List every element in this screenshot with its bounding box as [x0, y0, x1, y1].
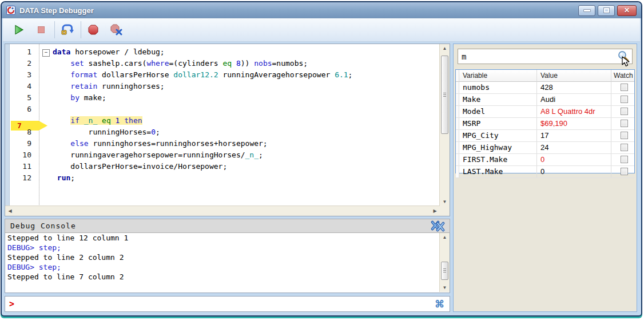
clear-console-icon	[431, 220, 446, 232]
line-number[interactable]: 4	[9, 82, 38, 90]
code-line[interactable]: 8 runningHorses=0;	[9, 126, 440, 137]
code-line[interactable]: 2 set sashelp.cars(where=(cylinders eq 8…	[9, 57, 440, 69]
fold-toggle-icon[interactable]: −	[42, 49, 50, 57]
scroll-down-icon[interactable]: ▼	[440, 283, 450, 292]
variable-search-box[interactable]	[458, 49, 633, 64]
console-output: Stepped to line 12 column 1DEBUG> step;S…	[5, 233, 450, 282]
table-row[interactable]: MPG_Highway24	[456, 142, 634, 154]
command-key-icon[interactable]: ⌘	[435, 298, 450, 310]
table-row[interactable]: ModelA8 L Quattro 4dr	[456, 106, 634, 118]
watch-panel: VariableValueWatch numobs428MakeAudiMode…	[453, 44, 637, 312]
clear-console-button[interactable]	[430, 220, 446, 232]
variable-value-cell: $69,190	[537, 118, 611, 129]
code-line[interactable]: 10 runningaveragehorsepower=runningHorse…	[9, 149, 440, 160]
watch-checkbox[interactable]	[621, 96, 628, 103]
variable-value-cell: 428	[537, 82, 611, 93]
code-line[interactable]: 9 else runninghorses=runninghorses+horse…	[9, 137, 440, 149]
minimize-icon	[583, 9, 591, 12]
editor-vscrollbar[interactable]: ▲ ▼	[439, 44, 450, 206]
line-number[interactable]: 12	[9, 173, 38, 182]
column-header[interactable]: Value	[537, 70, 611, 82]
watch-checkbox[interactable]	[621, 120, 628, 127]
table-row[interactable]: MPG_City17	[456, 130, 634, 142]
minimize-button[interactable]	[578, 5, 595, 16]
scroll-down-icon[interactable]: ▼	[440, 197, 450, 206]
mouse-cursor-icon	[622, 56, 630, 68]
watch-checkbox[interactable]	[621, 144, 628, 151]
variable-value-cell: 17	[537, 130, 611, 141]
breakpoint-button[interactable]	[85, 22, 101, 38]
console-line: Stepped to line 2 column 2	[5, 252, 450, 262]
step-button[interactable]	[59, 22, 75, 38]
close-button[interactable]: ✕	[617, 5, 637, 16]
line-number[interactable]: 2	[9, 59, 38, 68]
scroll-up-icon[interactable]: ▲	[440, 44, 450, 53]
variable-value-cell: A8 L Quattro 4dr	[537, 106, 611, 117]
scroll-right-icon[interactable]: ▶	[430, 207, 440, 215]
code-text: runningHorses=0;	[38, 128, 160, 136]
table-row[interactable]: numobs428	[456, 82, 634, 94]
watch-checkbox[interactable]	[621, 132, 628, 139]
table-row[interactable]: MakeAudi	[456, 94, 634, 106]
variable-name-cell: FIRST.Make	[459, 154, 537, 165]
column-header[interactable]: Variable	[459, 70, 537, 82]
command-bar[interactable]: > ⌘	[5, 296, 450, 312]
scrollbar-thumb[interactable]	[441, 262, 448, 280]
code-line[interactable]: 12 run;	[9, 172, 440, 183]
variable-search-input[interactable]	[458, 52, 617, 61]
toolbar-separator	[81, 21, 81, 38]
variable-value-cell: 24	[537, 142, 611, 153]
code-line[interactable]: 1−data horsepower / ldebug;	[9, 46, 440, 57]
line-number[interactable]: 9	[9, 139, 38, 148]
line-number[interactable]: 5	[9, 93, 38, 102]
watch-checkbox[interactable]	[621, 156, 628, 163]
run-button[interactable]	[11, 22, 27, 38]
clear-breakpoints-button[interactable]	[108, 22, 124, 38]
watch-table-header: VariableValueWatch	[456, 70, 634, 82]
code-editor[interactable]: 1−data horsepower / ldebug;2 set sashelp…	[5, 44, 450, 216]
console-title: Debug Console	[5, 222, 76, 230]
watch-cell	[611, 130, 634, 141]
command-input[interactable]	[14, 300, 435, 309]
console-header: Debug Console	[5, 219, 450, 233]
editor-hscrollbar[interactable]: ◀ ▶	[5, 206, 440, 216]
scroll-up-icon[interactable]: ▲	[440, 233, 450, 242]
code-text: runningaveragehorsepower=runningHorses/_…	[38, 151, 263, 159]
debugger-window: DATA Step Debugger ✕	[1, 1, 642, 317]
code-text: −data horsepower / ldebug;	[38, 48, 165, 56]
watch-checkbox[interactable]	[621, 108, 628, 115]
table-row[interactable]: MSRP$69,190	[456, 118, 634, 130]
command-prompt: >	[5, 299, 14, 309]
column-header[interactable]: Watch	[611, 70, 634, 82]
code-text: format dollarsPerHorse dollar12.2 runnin…	[38, 70, 352, 79]
code-line[interactable]: 5 by make;	[9, 92, 440, 103]
stop-button[interactable]	[33, 22, 49, 38]
line-number[interactable]: 10	[9, 151, 38, 159]
code-line[interactable]: 7 if _n_ eq 1 then	[9, 114, 440, 126]
breakpoint-delete-icon	[110, 23, 122, 36]
code-line[interactable]: 4 retain runninghorses;	[9, 80, 440, 92]
watch-checkbox[interactable]	[621, 168, 628, 175]
line-number[interactable]: 6	[9, 105, 38, 113]
line-number[interactable]: 8	[9, 128, 38, 136]
line-number[interactable]: 11	[9, 162, 38, 171]
console-vscrollbar[interactable]: ▲ ▼	[439, 233, 450, 292]
table-row[interactable]: LAST.Make0	[456, 166, 634, 178]
maximize-button[interactable]	[598, 5, 615, 16]
toolbar-separator	[54, 21, 55, 38]
line-number[interactable]: 1	[9, 48, 38, 56]
table-row[interactable]: FIRST.Make0	[456, 154, 634, 166]
code-line[interactable]: 6	[9, 103, 440, 114]
current-statement-highlight: if _n_ eq 1 then	[70, 116, 142, 125]
code-line[interactable]: 11 dollarsPerHorse=invoice/Horsepower;	[9, 160, 440, 172]
watch-table[interactable]: VariableValueWatch numobs428MakeAudiMode…	[455, 69, 635, 173]
console-output-wrap[interactable]: Stepped to line 12 column 1DEBUG> step;S…	[5, 233, 450, 293]
watch-checkbox[interactable]	[621, 84, 628, 91]
editor-lines: 1−data horsepower / ldebug;2 set sashelp…	[9, 44, 440, 206]
play-icon	[13, 24, 25, 35]
scrollbar-thumb[interactable]	[441, 56, 448, 134]
code-line[interactable]: 3 format dollarsPerHorse dollar12.2 runn…	[9, 69, 440, 80]
scroll-left-icon[interactable]: ◀	[5, 207, 15, 215]
line-number[interactable]: 3	[9, 70, 38, 79]
title-bar[interactable]: DATA Step Debugger ✕	[2, 2, 641, 18]
